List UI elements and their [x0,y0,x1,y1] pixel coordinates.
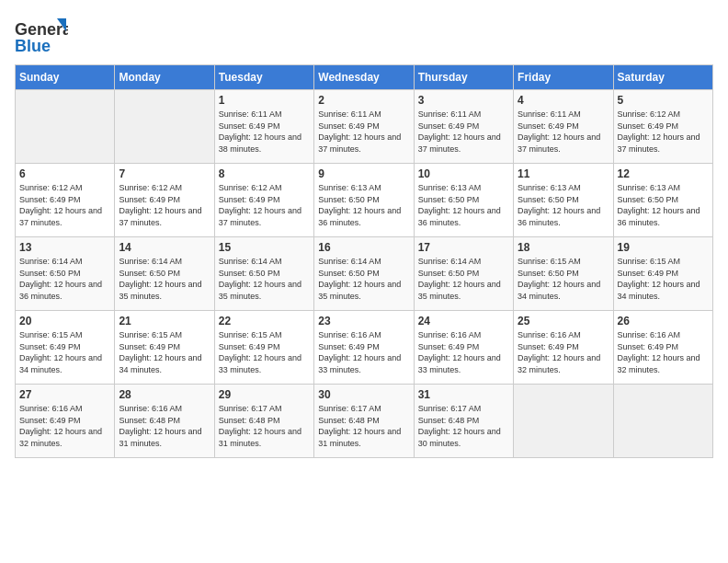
week-row-2: 6Sunrise: 6:12 AMSunset: 6:49 PMDaylight… [16,164,713,237]
column-header-saturday: Saturday [613,65,712,90]
calendar-cell: 21Sunrise: 6:15 AMSunset: 6:49 PMDayligh… [115,311,214,385]
day-info: Sunrise: 6:17 AMSunset: 6:48 PMDaylight:… [418,403,509,449]
calendar-cell: 6Sunrise: 6:12 AMSunset: 6:49 PMDaylight… [16,164,115,237]
week-row-5: 27Sunrise: 6:16 AMSunset: 6:49 PMDayligh… [16,385,713,458]
day-info: Sunrise: 6:17 AMSunset: 6:48 PMDaylight:… [219,403,310,449]
calendar-cell: 12Sunrise: 6:13 AMSunset: 6:50 PMDayligh… [613,164,712,237]
day-number: 14 [119,241,210,254]
day-info: Sunrise: 6:12 AMSunset: 6:49 PMDaylight:… [119,182,210,228]
day-number: 6 [19,167,110,180]
day-number: 30 [318,388,409,401]
day-info: Sunrise: 6:11 AMSunset: 6:49 PMDaylight:… [418,109,509,155]
day-number: 29 [219,388,310,401]
calendar-cell: 2Sunrise: 6:11 AMSunset: 6:49 PMDaylight… [314,90,414,164]
day-number: 22 [219,315,310,327]
calendar-cell: 11Sunrise: 6:13 AMSunset: 6:50 PMDayligh… [514,164,613,237]
day-number: 4 [518,94,609,107]
day-number: 15 [219,241,310,254]
header: General Blue [15,15,713,55]
day-info: Sunrise: 6:15 AMSunset: 6:49 PMDaylight:… [19,329,110,375]
calendar-cell: 7Sunrise: 6:12 AMSunset: 6:49 PMDaylight… [115,164,214,237]
day-number: 11 [518,167,609,180]
calendar-cell: 18Sunrise: 6:15 AMSunset: 6:50 PMDayligh… [514,237,613,311]
day-number: 7 [119,167,210,180]
calendar-cell: 16Sunrise: 6:14 AMSunset: 6:50 PMDayligh… [314,237,414,311]
day-info: Sunrise: 6:13 AMSunset: 6:50 PMDaylight:… [618,182,709,228]
column-header-wednesday: Wednesday [314,65,414,90]
calendar-cell: 28Sunrise: 6:16 AMSunset: 6:48 PMDayligh… [115,385,214,458]
column-header-thursday: Thursday [414,65,513,90]
column-header-friday: Friday [514,65,613,90]
calendar-cell [613,385,712,458]
day-info: Sunrise: 6:14 AMSunset: 6:50 PMDaylight:… [219,256,310,302]
calendar-cell: 24Sunrise: 6:16 AMSunset: 6:49 PMDayligh… [414,311,513,385]
day-info: Sunrise: 6:14 AMSunset: 6:50 PMDaylight:… [318,256,409,302]
svg-text:Blue: Blue [15,37,51,55]
calendar-cell: 3Sunrise: 6:11 AMSunset: 6:49 PMDaylight… [414,90,513,164]
calendar-cell: 10Sunrise: 6:13 AMSunset: 6:50 PMDayligh… [414,164,513,237]
day-info: Sunrise: 6:17 AMSunset: 6:48 PMDaylight:… [318,403,409,449]
calendar-cell: 22Sunrise: 6:15 AMSunset: 6:49 PMDayligh… [214,311,313,385]
calendar-cell: 23Sunrise: 6:16 AMSunset: 6:49 PMDayligh… [314,311,414,385]
day-number: 19 [618,241,709,254]
week-row-4: 20Sunrise: 6:15 AMSunset: 6:49 PMDayligh… [16,311,713,385]
calendar-cell: 25Sunrise: 6:16 AMSunset: 6:49 PMDayligh… [514,311,613,385]
calendar-cell: 15Sunrise: 6:14 AMSunset: 6:50 PMDayligh… [214,237,313,311]
day-number: 5 [618,94,709,107]
day-info: Sunrise: 6:15 AMSunset: 6:50 PMDaylight:… [518,256,609,302]
calendar-cell: 9Sunrise: 6:13 AMSunset: 6:50 PMDaylight… [314,164,414,237]
day-number: 8 [219,167,310,180]
calendar-cell: 14Sunrise: 6:14 AMSunset: 6:50 PMDayligh… [115,237,214,311]
calendar-cell [115,90,214,164]
day-info: Sunrise: 6:14 AMSunset: 6:50 PMDaylight:… [19,256,110,302]
day-info: Sunrise: 6:11 AMSunset: 6:49 PMDaylight:… [318,109,409,155]
day-info: Sunrise: 6:13 AMSunset: 6:50 PMDaylight:… [418,182,509,228]
day-info: Sunrise: 6:16 AMSunset: 6:49 PMDaylight:… [418,329,509,375]
day-info: Sunrise: 6:14 AMSunset: 6:50 PMDaylight:… [119,256,210,302]
day-info: Sunrise: 6:13 AMSunset: 6:50 PMDaylight:… [318,182,409,228]
column-header-tuesday: Tuesday [214,65,313,90]
day-number: 20 [19,315,110,327]
calendar-cell: 30Sunrise: 6:17 AMSunset: 6:48 PMDayligh… [314,385,414,458]
day-number: 2 [318,94,409,107]
day-number: 10 [418,167,509,180]
day-info: Sunrise: 6:12 AMSunset: 6:49 PMDaylight:… [219,182,310,228]
calendar-cell: 1Sunrise: 6:11 AMSunset: 6:49 PMDaylight… [214,90,313,164]
calendar-cell: 5Sunrise: 6:12 AMSunset: 6:49 PMDaylight… [613,90,712,164]
day-number: 26 [618,315,709,327]
logo-icon: General Blue [15,15,68,55]
day-number: 9 [318,167,409,180]
day-number: 27 [19,388,110,401]
day-info: Sunrise: 6:16 AMSunset: 6:49 PMDaylight:… [318,329,409,375]
day-info: Sunrise: 6:12 AMSunset: 6:49 PMDaylight:… [618,109,709,155]
calendar-cell: 19Sunrise: 6:15 AMSunset: 6:49 PMDayligh… [613,237,712,311]
column-header-monday: Monday [115,65,214,90]
week-row-1: 1Sunrise: 6:11 AMSunset: 6:49 PMDaylight… [16,90,713,164]
day-number: 31 [418,388,509,401]
calendar-cell [16,90,115,164]
day-info: Sunrise: 6:15 AMSunset: 6:49 PMDaylight:… [219,329,310,375]
day-number: 16 [318,241,409,254]
calendar-cell: 13Sunrise: 6:14 AMSunset: 6:50 PMDayligh… [16,237,115,311]
day-info: Sunrise: 6:16 AMSunset: 6:49 PMDaylight:… [618,329,709,375]
day-number: 23 [318,315,409,327]
calendar-cell: 4Sunrise: 6:11 AMSunset: 6:49 PMDaylight… [514,90,613,164]
day-info: Sunrise: 6:13 AMSunset: 6:50 PMDaylight:… [518,182,609,228]
svg-text:General: General [15,20,68,39]
calendar-table: SundayMondayTuesdayWednesdayThursdayFrid… [15,64,713,458]
column-header-sunday: Sunday [16,65,115,90]
day-info: Sunrise: 6:11 AMSunset: 6:49 PMDaylight:… [219,109,310,155]
day-number: 28 [119,388,210,401]
day-number: 13 [19,241,110,254]
day-info: Sunrise: 6:11 AMSunset: 6:49 PMDaylight:… [518,109,609,155]
day-number: 12 [618,167,709,180]
day-info: Sunrise: 6:12 AMSunset: 6:49 PMDaylight:… [19,182,110,228]
day-number: 18 [518,241,609,254]
calendar-cell: 17Sunrise: 6:14 AMSunset: 6:50 PMDayligh… [414,237,513,311]
day-number: 17 [418,241,509,254]
day-info: Sunrise: 6:16 AMSunset: 6:49 PMDaylight:… [19,403,110,449]
calendar-cell: 29Sunrise: 6:17 AMSunset: 6:48 PMDayligh… [214,385,313,458]
day-number: 25 [518,315,609,327]
calendar-cell: 27Sunrise: 6:16 AMSunset: 6:49 PMDayligh… [16,385,115,458]
day-number: 3 [418,94,509,107]
